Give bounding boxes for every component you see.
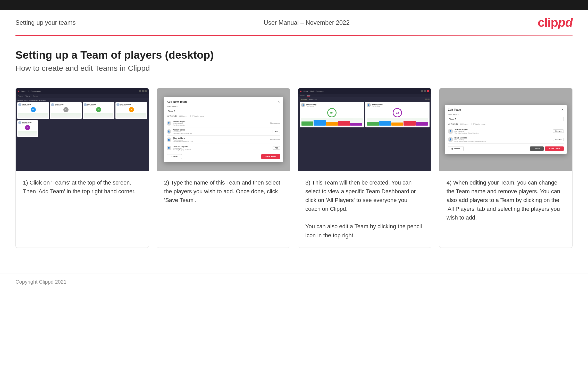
tab-all-players[interactable]: All Players [179, 115, 187, 117]
edit-modal-footer: 🗑 Delete Cancel Save Team [448, 146, 564, 151]
edit-player-club-1: The Shire London, United Kingdom [455, 132, 552, 134]
card-4-text: 4) When editing your Team, you can chang… [439, 171, 572, 248]
ss1-subnav: Players Teams Reports [16, 94, 149, 98]
ss1-nav-home: Home [21, 90, 26, 92]
card-3-text-part1: 3) This Team will then be created. You c… [305, 179, 416, 212]
edit-modal-header: Edit Team ✕ [448, 108, 564, 111]
ss1-player-5: Richard Butler Plus Handicap 72 [17, 120, 38, 137]
team-name-input[interactable] [167, 109, 280, 113]
bar [404, 121, 415, 126]
p5-sub: Plus Handicap [22, 123, 32, 124]
modal-title: Add New Team [167, 100, 187, 103]
main-content: Setting up a Team of players (desktop) H… [0, 36, 588, 268]
card-3-text-part2: You can also edit a Team by clicking the… [305, 223, 422, 238]
logo-text: clip [538, 16, 558, 29]
remove-player-button-2[interactable]: Remove [553, 138, 564, 141]
edit-players-list: 👤 Adrian Player Plus Handicap The Shire … [448, 127, 564, 144]
ss3-avatar-1: 👤 [301, 103, 305, 107]
ss1-nav-btn1 [139, 90, 141, 92]
bar [350, 123, 362, 126]
bar [338, 121, 350, 126]
avatar-4 [116, 103, 120, 106]
p3-sub: Plus Handicap [87, 105, 96, 106]
edit-player-info-2: Blair McHarg Plus Handicap Royal North D… [455, 137, 552, 142]
screenshot-2-add-team: Add New Team ✕ Team Name * My Team (2) A… [157, 88, 290, 171]
ss3-psub-1: Plus Handicap [306, 105, 316, 107]
page-subtitle: How to create and edit Teams in Clippd [15, 64, 573, 73]
player-club: The Shire London [173, 124, 269, 126]
edit-cancel-button[interactable]: Cancel [530, 146, 544, 151]
list-item: 👤 Blair McHarg Plus Handicap Royal North… [448, 135, 564, 144]
edit-tab-my-team[interactable]: My Team (2) [448, 123, 458, 125]
p1-sub: Plus Handicap [22, 105, 31, 106]
ss3-subnav-players: Players [300, 95, 305, 96]
ss1-nav-btn3 [145, 90, 147, 92]
ss3-pname-2: Richard Butler [372, 103, 383, 105]
ss1-player-2: Adrian Colba Plus Handicap 0 [50, 102, 82, 119]
add-player-button[interactable]: Add [273, 146, 280, 150]
edit-team-name-input[interactable] [448, 117, 564, 121]
card-1: Home My Performance Players Teams Report… [15, 88, 149, 248]
bar [314, 120, 325, 126]
player-avatar: 👤 [167, 121, 171, 126]
filter-checkbox[interactable] [190, 115, 192, 117]
cancel-button[interactable]: Cancel [167, 154, 182, 159]
ss1-nav-teams: My Performance [28, 90, 41, 92]
p4-name: Dave Billingham [120, 103, 131, 105]
ss3-nav: Home My Performance [298, 88, 431, 94]
ss3-player-header-1: 👤 Blair McHarg Plus Handicap [301, 103, 363, 107]
p2-score: 0 [63, 107, 69, 112]
edit-tab-all-players[interactable]: All Players [460, 123, 468, 125]
p3-score: 94 [96, 107, 101, 112]
player-info: Dave Billingham 1.5 Handicap The Dog Mag… [173, 145, 271, 151]
edit-filter-checkbox[interactable] [472, 123, 474, 125]
ss1-subnav-reports: Reports [33, 95, 38, 97]
cards-row: Home My Performance Players Teams Report… [15, 88, 573, 248]
ss1-players-top: Adrian Colba Plus Handicap 84 [17, 102, 147, 119]
edit-save-team-button[interactable]: Save Team [545, 146, 564, 151]
player-name: Adrian Player [173, 120, 269, 123]
p5-score: 72 [25, 125, 30, 130]
modal-footer: Cancel Save Team [167, 154, 280, 159]
edit-close-icon[interactable]: ✕ [561, 108, 564, 111]
save-team-button[interactable]: Save Team [261, 154, 280, 159]
list-item: 👤 Dave Billingham 1.5 Handicap The Dog M… [167, 144, 280, 152]
list-item: 👤 Adrian Player Plus Handicap The Shire … [448, 127, 564, 135]
screenshot-3-team-dashboard: Home My Performance Players Teams [298, 88, 431, 171]
card-3: Home My Performance Players Teams [298, 88, 431, 248]
avatar-1 [18, 103, 21, 106]
bar [379, 121, 391, 126]
edit-team-name-label: Team Name * [448, 113, 564, 115]
avatar-3 [84, 103, 87, 106]
player-avatar: 👤 [167, 146, 171, 150]
delete-team-button[interactable]: 🗑 Delete [448, 146, 464, 151]
avatar-5 [18, 121, 21, 124]
tab-my-team[interactable]: My Team (2) [167, 115, 177, 117]
p4-bars [116, 113, 146, 118]
card-2: Add New Team ✕ Team Name * My Team (2) A… [157, 88, 290, 248]
remove-player-button-1[interactable]: Remove [553, 129, 564, 133]
ss1-players-bottom: Richard Butler Plus Handicap 72 [17, 120, 147, 137]
p1-name: Adrian Colba [22, 103, 31, 105]
ss3-player-card-2: 👤 Richard Butler Plus Handicap 72 [365, 102, 430, 127]
p5-bars [18, 131, 37, 136]
player-club: Central London Golf Centre [173, 133, 271, 134]
add-player-button[interactable]: Add [273, 130, 280, 133]
edit-player-name-2: Blair McHarg [455, 137, 552, 139]
player-added-status: Player Added [270, 139, 280, 141]
ss1-nav: Home My Performance [16, 88, 149, 94]
bar [367, 122, 379, 126]
ss3-icon2 [424, 90, 426, 92]
ss1-player-4: Dave Billingham 1.5 Handicap 78 [115, 102, 147, 119]
ss1-logo-dot [18, 91, 19, 92]
ss3-content: All Players Player Quality 👤 [298, 97, 431, 129]
player-name: Adrian Colba [173, 129, 271, 131]
ss1-subnav-teams: Teams [26, 95, 30, 97]
bar [391, 123, 403, 126]
close-icon[interactable]: ✕ [278, 100, 280, 103]
edit-filter-label: Filter by name [474, 123, 485, 125]
player-name: Dave Billingham [173, 145, 271, 147]
ss3-pname-1: Blair McHarg [306, 103, 316, 105]
delete-label: Delete [454, 147, 460, 150]
ss1-heading: Viewing 5 out of 5 players from All Play… [17, 100, 147, 101]
